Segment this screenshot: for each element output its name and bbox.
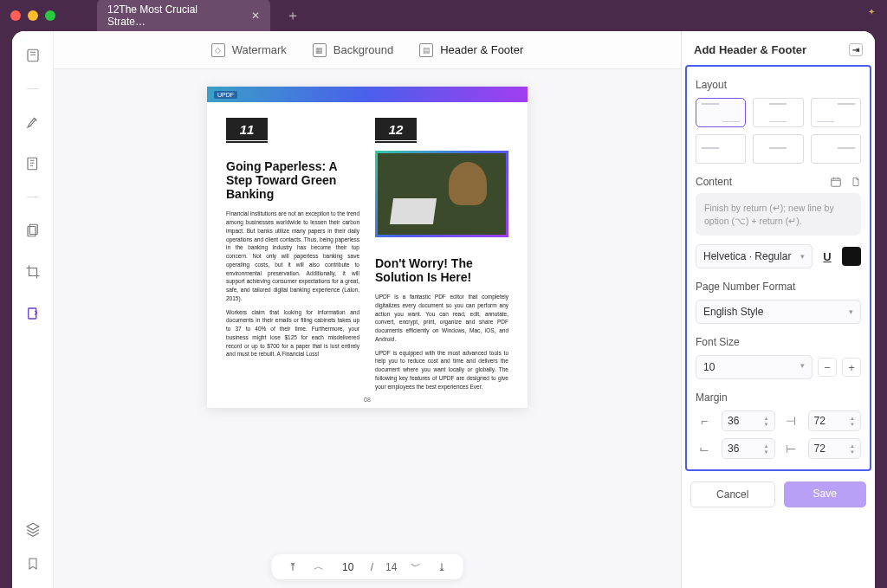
step-down[interactable]: ▼ (764, 449, 769, 455)
page-preview: UPDF 11 Going Paperless: A Step Toward G… (207, 87, 528, 408)
brand-logo: ✦ (868, 7, 875, 16)
margin-label: Margin (696, 391, 861, 404)
page-number: 08 (364, 397, 371, 403)
page-navigator: ⤒ ︿ / 14 ﹀ ⤓ (272, 554, 463, 579)
pnf-label: Page Number Format (696, 281, 861, 293)
font-select[interactable]: Helvetica · Regular▾ (696, 244, 813, 268)
crop-icon[interactable] (24, 263, 42, 281)
margin-right-input[interactable]: 72▲▼ (808, 410, 862, 431)
layout-option-3[interactable] (811, 98, 861, 127)
step-up[interactable]: ▲ (764, 443, 769, 449)
last-page-button[interactable]: ⤓ (435, 561, 449, 573)
content-textarea[interactable]: Finish by return (↵); new line by option… (696, 193, 861, 236)
window-minimize[interactable] (28, 10, 38, 21)
bookmark-icon[interactable] (24, 555, 42, 572)
margin-left-input[interactable]: 72▲▼ (808, 438, 862, 459)
document-tab[interactable]: 12The Most Crucial Strate… ✕ (97, 0, 270, 33)
close-tab-icon[interactable]: ✕ (251, 10, 260, 22)
step-up[interactable]: ▲ (850, 443, 855, 449)
step-down[interactable]: ▼ (850, 449, 855, 455)
underline-button[interactable]: U (818, 247, 837, 266)
header-footer-panel: Add Header & Footer ⇥ Layout Content Fin (681, 31, 875, 588)
step-down[interactable]: ▼ (764, 422, 769, 427)
paragraph: UPDF is a fantastic PDF editor that comp… (375, 293, 508, 344)
layout-option-6[interactable] (811, 134, 861, 164)
window-close[interactable] (10, 10, 21, 21)
step-down[interactable]: ▼ (850, 422, 855, 427)
next-page-button[interactable]: ﹀ (409, 559, 423, 574)
fontsize-label: Font Size (696, 336, 861, 348)
insert-date-icon[interactable] (830, 176, 842, 188)
insert-page-icon[interactable] (851, 176, 861, 188)
reader-icon[interactable] (24, 47, 42, 64)
step-up[interactable]: ▲ (850, 416, 855, 421)
page-sep: / (371, 561, 373, 573)
first-page-button[interactable]: ⤒ (286, 561, 300, 573)
panel-expand-icon[interactable]: ⇥ (849, 43, 863, 56)
margin-right-icon: ⊣ (782, 412, 800, 430)
prev-page-button[interactable]: ︿ (312, 559, 326, 574)
highlight-icon[interactable] (24, 113, 42, 131)
step-up[interactable]: ▲ (764, 416, 769, 421)
margin-top-input[interactable]: 36▲▼ (722, 410, 775, 431)
font-size-select[interactable]: 10▾ (696, 355, 813, 379)
svg-rect-1 (28, 158, 37, 170)
layers-icon[interactable] (24, 520, 42, 538)
watermark-tab[interactable]: ◇Watermark (211, 43, 287, 57)
background-icon: ▦ (313, 43, 327, 57)
save-button[interactable]: Save (784, 481, 867, 507)
svg-rect-5 (832, 178, 841, 186)
pages-icon[interactable] (24, 222, 42, 239)
layout-option-2[interactable] (753, 98, 803, 127)
paragraph: Financial institutions are not an except… (226, 210, 359, 302)
header-footer-tab[interactable]: ▤Header & Footer (419, 43, 523, 57)
background-tab[interactable]: ▦Background (313, 43, 393, 57)
watermark-icon: ◇ (211, 43, 225, 57)
header-footer-icon: ▤ (419, 43, 433, 57)
heading: Don't Worry! The Solution Is Here! (375, 256, 508, 284)
svg-rect-0 (28, 49, 38, 61)
article-image (375, 151, 508, 237)
heading: Going Paperless: A Step Toward Green Ban… (226, 159, 359, 201)
chapter-number: 11 (226, 118, 268, 140)
layout-option-4[interactable] (696, 134, 746, 164)
page-logo: UPDF (214, 91, 237, 99)
page-tools-icon[interactable] (24, 305, 42, 322)
svg-rect-4 (28, 308, 36, 319)
edit-text-icon[interactable] (24, 155, 42, 172)
paragraph: UPDF is equipped with the most advanced … (375, 349, 508, 391)
tab-title: 12The Most Crucial Strate… (107, 3, 234, 28)
font-size-decrease[interactable]: − (818, 358, 837, 377)
nav-sidebar (12, 31, 54, 588)
paragraph: Workers claim that looking for informati… (226, 308, 359, 359)
margin-bottom-icon: ⌙ (696, 440, 713, 457)
layout-label: Layout (696, 79, 861, 91)
document-viewport: UPDF 11 Going Paperless: A Step Toward G… (54, 69, 681, 588)
layout-option-5[interactable] (753, 134, 803, 164)
window-zoom[interactable] (45, 10, 55, 21)
text-color-button[interactable] (842, 247, 861, 266)
panel-title: Add Header & Footer (694, 43, 806, 56)
content-label: Content (696, 176, 732, 188)
page-total: 14 (385, 561, 397, 573)
chapter-number: 12 (375, 118, 417, 140)
page-number-format-select[interactable]: English Style▾ (696, 300, 861, 324)
layout-option-1[interactable] (696, 98, 746, 127)
margin-bottom-input[interactable]: 36▲▼ (722, 438, 775, 459)
page-input[interactable] (338, 561, 359, 573)
new-tab-button[interactable]: ＋ (286, 7, 300, 25)
margin-top-icon: ⌐ (696, 412, 713, 430)
margin-left-icon: ⊢ (782, 440, 800, 457)
font-size-increase[interactable]: + (842, 358, 861, 377)
cancel-button[interactable]: Cancel (690, 481, 775, 507)
